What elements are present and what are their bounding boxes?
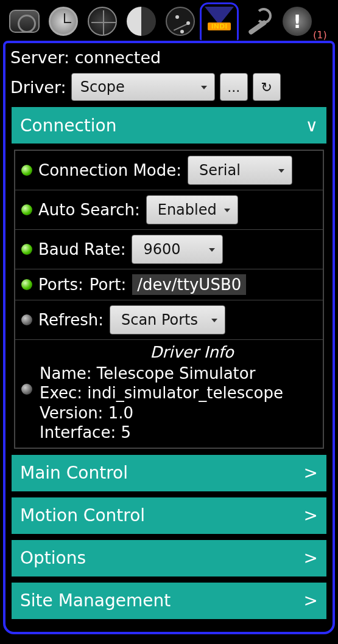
connection-mode-value: Serial [199, 162, 241, 179]
driver-info-title: Driver Info [100, 342, 283, 362]
di-exec-value: indi_simulator_telescope [87, 384, 283, 402]
driver-info-block: Driver Info Name: Telescope Simulator Ex… [40, 342, 283, 443]
status-led-icon [21, 165, 32, 176]
ellipsis-icon: ... [227, 80, 240, 95]
driver-label: Driver: [10, 78, 66, 97]
di-name-label: Name: [40, 364, 91, 383]
group-site-management-title: Site Management [20, 590, 171, 611]
di-exec-label: Exec: [40, 384, 82, 402]
chevron-right-icon: > [304, 590, 318, 611]
group-main-control-title: Main Control [20, 463, 128, 483]
di-version-value: 1.0 [108, 404, 133, 422]
di-name-value: Telescope Simulator [97, 364, 256, 383]
chevron-right-icon: > [304, 548, 318, 568]
clock-icon [49, 7, 78, 36]
group-motion-control-title: Motion Control [20, 505, 145, 525]
ports-label: Ports: [38, 275, 83, 294]
indi-panel: Server: connected Driver: Scope ... ↻ Co… [3, 41, 335, 634]
tab-alerts[interactable]: ! [278, 2, 317, 40]
autosearch-value: Enabled [158, 201, 217, 218]
scan-ports-value: Scan Ports [121, 311, 198, 328]
indi-icon: INDI [203, 7, 235, 38]
driver-value: Scope [80, 78, 125, 95]
tab-settings[interactable] [239, 2, 278, 40]
connection-mode-select[interactable]: Serial [188, 156, 292, 185]
baud-select[interactable]: 9600 [132, 235, 223, 264]
tab-camera[interactable] [5, 2, 44, 40]
group-connection-title: Connection [20, 116, 116, 136]
tab-time[interactable] [44, 2, 83, 40]
status-led-icon [21, 204, 32, 215]
driver-refresh-button[interactable]: ↻ [253, 73, 281, 101]
group-site-management-header[interactable]: Site Management > [12, 583, 326, 619]
status-led-icon [21, 314, 32, 325]
alert-icon: ! [283, 7, 312, 36]
chevron-right-icon: > [304, 463, 318, 483]
group-options-title: Options [20, 548, 86, 568]
group-options-header[interactable]: Options > [12, 540, 326, 576]
tab-indi[interactable]: INDI [200, 2, 239, 40]
status-led-icon [21, 279, 32, 290]
server-status: connected [75, 48, 161, 67]
server-status-line: Server: connected [9, 46, 329, 73]
main-toolbar: INDI ! (1) [0, 0, 338, 43]
alert-badge: (1) [313, 29, 327, 41]
constellation-icon [166, 7, 195, 36]
server-label: Server: [10, 48, 69, 67]
scan-ports-select[interactable]: Scan Ports [110, 305, 225, 334]
group-connection-header[interactable]: Connection ∨ [12, 107, 326, 144]
chevron-down-icon: ∨ [306, 116, 319, 136]
driver-select[interactable]: Scope [71, 73, 215, 101]
refresh-label: Refresh: [38, 311, 104, 329]
group-main-control-header[interactable]: Main Control > [12, 455, 326, 491]
di-iface-label: Interface: [40, 423, 116, 441]
camera-icon [9, 10, 40, 33]
baud-value: 9600 [143, 241, 180, 258]
crosshair-icon [88, 7, 117, 36]
wrench-icon [244, 7, 273, 36]
status-led-icon [21, 244, 32, 255]
driver-more-button[interactable]: ... [220, 73, 248, 101]
port-field-label: Port: [90, 275, 126, 294]
port-input[interactable]: /dev/ttyUSB0 [132, 274, 246, 295]
moon-phase-icon [127, 7, 156, 36]
tab-moon[interactable] [122, 2, 161, 40]
tab-target[interactable] [83, 2, 122, 40]
group-connection-body: Connection Mode: Serial Auto Search: Ena… [14, 150, 324, 449]
autosearch-select[interactable]: Enabled [146, 195, 238, 224]
di-version-label: Version: [40, 404, 103, 422]
connection-mode-label: Connection Mode: [38, 161, 181, 179]
group-motion-control-header[interactable]: Motion Control > [12, 497, 326, 534]
baud-label: Baud Rate: [38, 240, 125, 258]
di-iface-value: 5 [121, 423, 131, 441]
tab-constellations[interactable] [161, 2, 200, 40]
status-led-icon [21, 384, 32, 395]
chevron-right-icon: > [304, 505, 318, 525]
refresh-icon: ↻ [261, 80, 272, 95]
autosearch-label: Auto Search: [38, 201, 140, 219]
